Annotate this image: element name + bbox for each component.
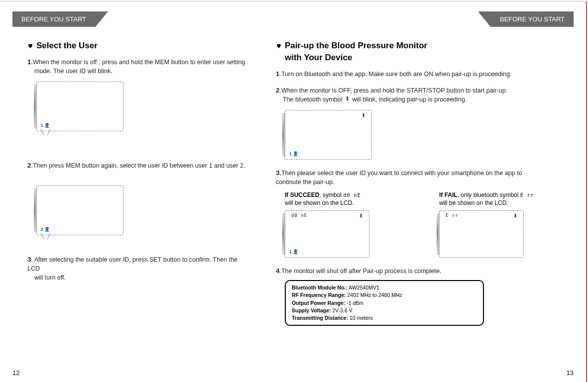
- left-page: BEFORE YOU START Select the User 1.When …: [12, 11, 261, 375]
- right-step-4: 4.The monitor will shut off after Pair-u…: [276, 267, 564, 276]
- err-symbol: E rr: [446, 213, 459, 218]
- heart-icon: [276, 43, 282, 49]
- heading-text: Select the User: [36, 41, 98, 51]
- lcd-user-indicator: 1 👤: [289, 151, 298, 156]
- person-icon: 👤: [44, 123, 50, 128]
- right-page: BEFORE YOU START Pair-up the Blood Press…: [261, 11, 574, 375]
- fail-column: If FAIL, only bluetooth symbol E rr will…: [439, 191, 564, 258]
- result-row: If SUCCEED, symbol d0 nE will be shown o…: [285, 191, 564, 258]
- right-step-3: 3.Then please select the user ID you wan…: [276, 169, 564, 187]
- page-number-left: 12: [12, 369, 19, 377]
- left-step-2: 2.Then press MEM button again, select th…: [27, 161, 251, 171]
- done-symbol: d0 nE: [343, 192, 360, 198]
- bluetooth-info-box: Bluetooth Module No.: AW2540MV1 RF Frequ…: [285, 280, 484, 326]
- blink-marks: ╲ ╱: [41, 233, 51, 239]
- lcd-user-indicator: 2 👤: [41, 227, 50, 232]
- lcd-illustration-1: 1 👤 ╲ ╱: [36, 82, 123, 131]
- heading-text-line2: with Your Device: [285, 53, 564, 63]
- heart-icon: [27, 43, 33, 49]
- done-symbol: d0 nE: [291, 213, 307, 218]
- bluetooth-icon: [361, 112, 365, 119]
- bluetooth-icon: [513, 213, 517, 219]
- bluetooth-icon: [359, 213, 363, 219]
- page-number-right: 13: [567, 369, 574, 377]
- lcd-illustration-pair: 1 👤: [285, 110, 372, 160]
- succeed-column: If SUCCEED, symbol d0 nE will be shown o…: [285, 191, 409, 258]
- section-tab-right: BEFORE YOU START: [491, 11, 574, 27]
- person-icon: 👤: [293, 249, 298, 254]
- right-step-1: 1.Turn on Bluetooth and the app. Make su…: [276, 70, 564, 79]
- left-step-3: 3. After selecting the suitable user ID,…: [27, 255, 251, 282]
- right-step-2: 2.When the monitor is OFF, press and hol…: [276, 86, 564, 104]
- heading-pairup: Pair-up the Blood Pressure Monitor: [276, 41, 564, 51]
- section-tab-left: BEFORE YOU START: [12, 11, 95, 27]
- blink-marks: ╲ ╱: [41, 129, 51, 135]
- lcd-user-indicator: 1 👤: [41, 123, 50, 128]
- err-symbol: E rr: [520, 192, 534, 198]
- heading-select-user: Select the User: [27, 41, 251, 51]
- person-icon: 👤: [44, 227, 50, 232]
- lcd-succeed: d0 nE 1 👤: [285, 210, 369, 258]
- person-icon: 👤: [293, 151, 298, 156]
- lcd-user-indicator: 1 👤: [289, 249, 298, 254]
- lcd-illustration-2: 2 👤 ╲ ╱: [36, 186, 123, 235]
- lcd-fail: E rr: [439, 210, 524, 258]
- bluetooth-icon: [345, 96, 350, 104]
- heading-text-line1: Pair-up the Blood Pressure Monitor: [285, 41, 427, 51]
- left-step-1: 1.When the monitor is off , press and ho…: [27, 58, 251, 76]
